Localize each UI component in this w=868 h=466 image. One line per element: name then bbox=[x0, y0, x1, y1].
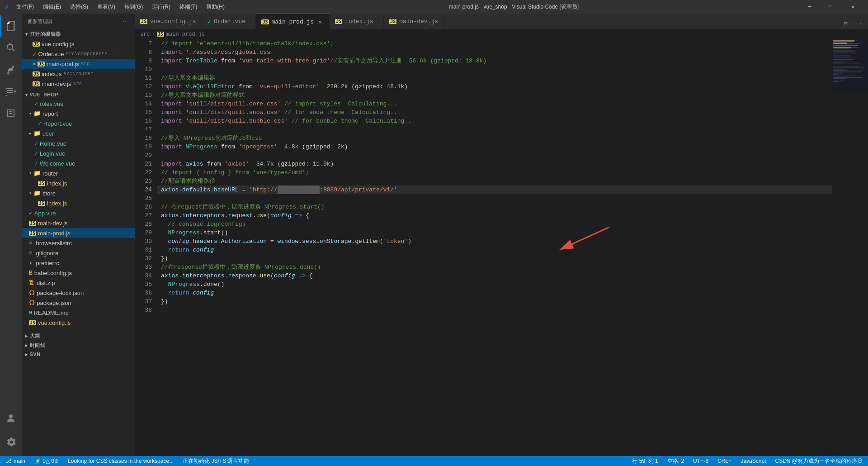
activity-source-control[interactable] bbox=[0, 59, 22, 81]
chevron-right-icon: ▸ bbox=[25, 333, 28, 338]
tree-prettierrc[interactable]: ✦ .prettierrc bbox=[22, 258, 135, 268]
more-tabs-button[interactable]: ··· bbox=[849, 19, 864, 29]
section-timeline[interactable]: ▸ 时间线 bbox=[22, 341, 135, 350]
code-editor[interactable]: // import 'element-ui/lib/theme-chalk/in… bbox=[157, 39, 832, 456]
open-editor-main-dev[interactable]: JS main-dev.js src bbox=[22, 79, 135, 89]
code-text: 'token' bbox=[383, 237, 408, 246]
tree-router-folder[interactable]: ▾ 📁 router bbox=[22, 168, 135, 178]
line-num: 17 bbox=[135, 125, 152, 134]
file-name: vue.config.js bbox=[42, 41, 74, 48]
code-text: // import { config } from 'vue/types/umd… bbox=[161, 168, 309, 177]
tree-gitignore[interactable]: ⊘ .gitignore bbox=[22, 248, 135, 258]
breadcrumb-src[interactable]: src bbox=[140, 31, 150, 38]
status-spaces[interactable]: 空格: 2 bbox=[665, 456, 686, 466]
close-icon[interactable]: ✕ bbox=[33, 61, 36, 67]
vue-icon: ✓ bbox=[29, 209, 33, 217]
split-editor-button[interactable]: ⊟ bbox=[842, 18, 849, 29]
tab-close-button[interactable]: ✕ bbox=[316, 18, 324, 25]
code-text: => bbox=[295, 211, 302, 220]
status-right: 行 59, 列 1 空格: 2 UTF-8 CRLF JavaScript CS… bbox=[630, 456, 864, 466]
tree-main-dev[interactable]: JS main-dev.js bbox=[22, 218, 135, 228]
line-numbers: 7 8 9 10 11 12 13 14 15 16 17 18 19 20 2… bbox=[135, 39, 157, 456]
tree-vue-config[interactable]: JS vue.config.js bbox=[22, 318, 135, 328]
file-name: .prettierrc bbox=[34, 260, 59, 266]
status-eol[interactable]: CRLF bbox=[716, 456, 733, 466]
activity-run[interactable] bbox=[0, 81, 22, 102]
breadcrumb-file[interactable]: main-prod.js bbox=[166, 31, 205, 38]
activity-account[interactable] bbox=[0, 407, 22, 429]
activity-extensions[interactable] bbox=[0, 102, 22, 124]
code-text: :8889/api/private/v1/' bbox=[320, 185, 397, 194]
menu-terminal[interactable]: 终端(T) bbox=[176, 2, 201, 12]
section-vue-shop[interactable]: ▾ VUE_SHOP bbox=[22, 90, 135, 99]
menu-edit[interactable]: 编辑(E) bbox=[39, 2, 65, 12]
sidebar-more-button[interactable]: ··· bbox=[123, 18, 129, 26]
tab-index[interactable]: JS index.js bbox=[330, 14, 384, 29]
menu-help[interactable]: 帮助(H) bbox=[203, 2, 228, 12]
code-line-30: config.headers.Authorization = window.se… bbox=[157, 237, 832, 246]
status-language[interactable]: JavaScript bbox=[739, 456, 768, 466]
tab-main-prod[interactable]: JS main-prod.js ✕ bbox=[256, 14, 330, 29]
minimize-button[interactable]: ─ bbox=[799, 0, 820, 14]
tree-babel-config[interactable]: B babel.config.js bbox=[22, 268, 135, 278]
status-message: Looking for CSS classes in the workspace… bbox=[68, 458, 174, 464]
tree-report-folder[interactable]: ▾ 📁 report bbox=[22, 109, 135, 119]
tree-login-vue[interactable]: ✓ Login.vue bbox=[22, 148, 135, 158]
activity-search[interactable] bbox=[0, 37, 22, 59]
code-text: (gzipped: bbox=[274, 160, 313, 168]
status-left: ⎇ main ⚡ 0△ 0⊘ Looking for CSS classes i… bbox=[4, 456, 251, 466]
tree-roles[interactable]: ✓ roles.vue bbox=[22, 99, 135, 109]
tab-order[interactable]: ✓ Order.vue bbox=[202, 14, 256, 29]
menu-file[interactable]: 文件(F) bbox=[13, 2, 38, 12]
activity-explorer[interactable] bbox=[0, 15, 22, 37]
section-svn[interactable]: ▸ SVN bbox=[22, 350, 135, 358]
open-editor-vue-config[interactable]: JS vue.config.js bbox=[22, 39, 135, 49]
js-icon: JS bbox=[29, 221, 36, 226]
maximize-button[interactable]: □ bbox=[821, 0, 842, 14]
code-text bbox=[161, 220, 168, 228]
tree-main-prod[interactable]: JS main-prod.js bbox=[22, 228, 135, 238]
tree-home-vue[interactable]: ✓ Home.vue bbox=[22, 138, 135, 148]
activity-settings[interactable] bbox=[0, 431, 22, 452]
menu-goto[interactable]: 转到(G) bbox=[121, 2, 146, 12]
tree-welcome-vue[interactable]: ✓ Welcome.vue bbox=[22, 158, 135, 168]
close-button[interactable]: ✕ bbox=[843, 0, 863, 14]
status-encoding[interactable]: UTF-8 bbox=[691, 456, 710, 466]
js-tab-icon: JS bbox=[261, 19, 269, 24]
vue-icon: ✓ bbox=[34, 150, 38, 157]
status-position[interactable]: 行 59, 列 1 bbox=[630, 456, 660, 466]
tab-vue-config[interactable]: JS vue.config.js bbox=[135, 14, 202, 29]
bottom-sections: ▸ 大纲 ▸ 时间线 ▸ SVN bbox=[22, 331, 135, 358]
code-text: () bbox=[221, 228, 228, 237]
js-tab-icon: JS bbox=[335, 19, 342, 24]
code-text: //导入 NProgress包对应的JS和css bbox=[161, 134, 262, 143]
status-errors[interactable]: ⚡ 0△ 0⊘ bbox=[33, 456, 61, 466]
tree-browserslistrc[interactable]: ≡ .browserslistrc bbox=[22, 238, 135, 248]
outline-label: 大纲 bbox=[30, 333, 40, 339]
menu-run[interactable]: 运行(R) bbox=[148, 2, 174, 12]
open-editor-order[interactable]: ✓ Order.vue src\components... bbox=[22, 49, 135, 59]
menu-view[interactable]: 查看(V) bbox=[94, 2, 119, 12]
tree-store-folder[interactable]: ▾ 📁 store bbox=[22, 188, 135, 198]
tree-dist-zip[interactable]: 🗜 dist.zip bbox=[22, 278, 135, 288]
tree-report-vue[interactable]: ✓ Report.vue bbox=[22, 119, 135, 128]
tree-package-json[interactable]: {} package.json bbox=[22, 298, 135, 308]
language-text: JavaScript bbox=[741, 458, 766, 464]
open-editor-index[interactable]: JS index.js src\router bbox=[22, 69, 135, 79]
status-branch[interactable]: ⎇ main bbox=[4, 456, 27, 466]
folder-icon: 📁 bbox=[33, 110, 41, 117]
tab-main-dev[interactable]: JS main-dev.js bbox=[384, 14, 444, 29]
tree-readme[interactable]: M README.md bbox=[22, 308, 135, 318]
tree-package-lock[interactable]: {} package-lock.json bbox=[22, 288, 135, 298]
open-editor-main-prod[interactable]: ✕ JS main-prod.js src bbox=[22, 59, 135, 69]
tree-router-index[interactable]: JS index.js bbox=[22, 178, 135, 188]
section-outline[interactable]: ▸ 大纲 bbox=[22, 331, 135, 341]
tree-app-vue[interactable]: ✓ App.vue bbox=[22, 208, 135, 218]
code-text: from bbox=[217, 57, 239, 65]
code-text: . bbox=[200, 228, 203, 237]
tree-user-folder[interactable]: ▸ 📁 user bbox=[22, 128, 135, 138]
menu-select[interactable]: 选择(S) bbox=[66, 2, 92, 12]
tree-store-index[interactable]: JS index.js bbox=[22, 198, 135, 208]
section-open-editors[interactable]: ▾ 打开的编辑器 bbox=[22, 29, 135, 39]
line-num: 16 bbox=[135, 117, 152, 125]
